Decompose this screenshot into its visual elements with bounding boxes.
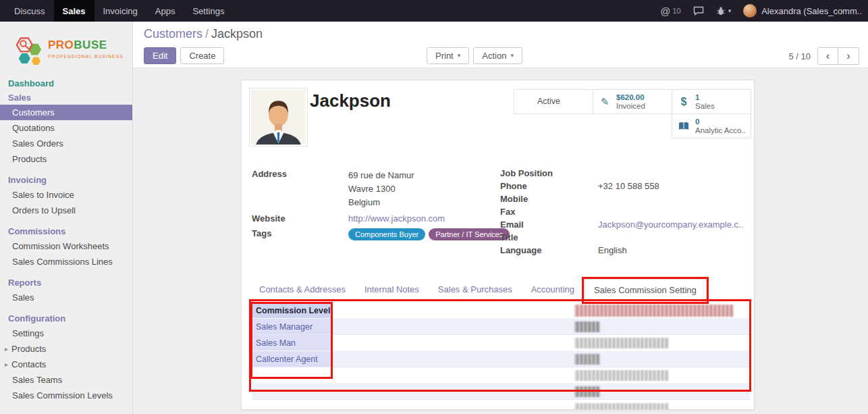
stat-buttons: Active ✎ $620.00 Invoiced $ 1 Sales — [511, 90, 751, 138]
table-row[interactable]: Callcenter Agent — [252, 351, 750, 367]
tags-value: Components Buyer Partner / IT Services — [348, 228, 493, 240]
commission-level-cell: Callcenter Agent — [252, 351, 332, 367]
tab-internal-notes[interactable]: Internal Notes — [355, 279, 429, 300]
invoiced-stat-button[interactable]: ✎ $620.00 Invoiced — [593, 89, 672, 114]
table-empty-row[interactable] — [252, 384, 750, 400]
sidebar-item-sales-commission-levels[interactable]: Sales Commission Levels — [0, 388, 132, 403]
at-icon: @ — [660, 5, 670, 17]
breadcrumb-customers[interactable]: Customers — [144, 27, 202, 41]
active-label: Active — [537, 97, 560, 106]
sales-count-value: 1 — [695, 93, 715, 102]
table-row[interactable]: Sales Manager — [252, 319, 750, 335]
pager: 5 / 10 ‹ › — [788, 47, 859, 65]
user-name: Alexandra (Sales_comm.. — [761, 6, 862, 16]
create-button[interactable]: Create — [180, 47, 224, 64]
title-value — [598, 232, 747, 242]
sidebar-item-dashboard[interactable]: Dashboard — [0, 76, 132, 90]
address-label: Address — [252, 169, 348, 180]
tab-accounting[interactable]: Accounting — [522, 279, 584, 300]
sidebar-section-sales[interactable]: Sales — [0, 90, 132, 105]
redacted-value — [574, 338, 669, 348]
sales-stat-button[interactable]: $ 1 Sales — [672, 89, 751, 114]
menu-invoicing[interactable]: Invoicing — [94, 0, 146, 22]
pager-previous-button[interactable]: ‹ — [817, 47, 838, 65]
tag-components-buyer[interactable]: Components Buyer — [348, 228, 425, 240]
customer-photo[interactable] — [249, 88, 308, 147]
tags-label: Tags — [252, 228, 348, 239]
tab-sales-purchases[interactable]: Sales & Purchases — [429, 279, 522, 300]
bug-icon — [716, 6, 726, 16]
commission-level-header[interactable]: Commission Level — [252, 303, 332, 318]
person-avatar-image — [251, 90, 306, 145]
sidebar-item-sales-teams[interactable]: Sales Teams — [0, 372, 132, 388]
redacted-value — [574, 370, 669, 381]
sidebar-item-sales-commissions-lines[interactable]: Sales Commissions Lines — [0, 254, 132, 269]
pager-next-button[interactable]: › — [838, 47, 859, 65]
menu-sales[interactable]: Sales — [54, 0, 94, 22]
action-label: Action — [482, 50, 506, 61]
email-link[interactable]: Jackpson@yourcompany.example.c.. — [598, 219, 743, 230]
sidebar-nav: Dashboard Sales Customers Quotations Sal… — [0, 76, 132, 403]
sidebar-item-customers[interactable]: Customers — [0, 105, 132, 120]
sidebar-section-commissions[interactable]: Commissions — [0, 224, 132, 238]
print-dropdown-button[interactable]: Print ▾ — [427, 47, 469, 64]
table-row[interactable]: Sales Man — [252, 335, 750, 351]
commission-table: Commission Level Sales Manager Sales Man… — [252, 303, 750, 410]
fax-value — [598, 207, 747, 216]
control-panel: Customers/Jackpson Edit Create Print ▾ A… — [133, 22, 868, 68]
analytic-stat-button[interactable]: 0 Analytic Acco... — [672, 113, 751, 138]
tab-sales-commission-setting[interactable]: Sales Commission Setting — [584, 279, 707, 301]
sales-count-label: Sales — [695, 102, 715, 111]
main-content: Customers/Jackpson Edit Create Print ▾ A… — [133, 22, 868, 414]
sidebar-item-config-products[interactable]: ▸ Products — [0, 341, 132, 357]
caret-down-icon: ▾ — [728, 7, 732, 14]
table-empty-row[interactable] — [252, 367, 750, 384]
sidebar-item-products[interactable]: Products — [0, 151, 132, 167]
sidebar-section-reports[interactable]: Reports — [0, 276, 132, 290]
pencil-icon: ✎ — [598, 96, 612, 108]
app-logo: PROBUSE PROFESSIONAL BUSINESS — [15, 30, 126, 71]
topbar: Discuss Sales Invoicing Apps Settings @ … — [0, 0, 868, 22]
menu-apps[interactable]: Apps — [146, 0, 184, 22]
sidebar-section-invoicing[interactable]: Invoicing — [0, 173, 132, 187]
messages-button[interactable] — [687, 0, 710, 22]
menu-discuss[interactable]: Discuss — [5, 0, 54, 22]
job-position-value — [598, 168, 747, 178]
redacted-value — [574, 354, 600, 365]
table-header-row: Commission Level — [252, 303, 750, 319]
tab-contacts-addresses[interactable]: Contacts & Addresses — [250, 279, 355, 300]
sidebar-item-reports-sales[interactable]: Sales — [0, 290, 132, 305]
topbar-right: @ 10 ▾ Alexandra (Sales_comm.. — [654, 0, 868, 22]
notebook-tabs: Contacts & Addresses Internal Notes Sale… — [250, 279, 747, 301]
sidebar-item-settings[interactable]: Settings — [0, 326, 132, 341]
sidebar-item-sales-orders[interactable]: Sales Orders — [0, 136, 132, 151]
mentions-button[interactable]: @ 10 — [654, 0, 686, 22]
email-label: Email — [500, 219, 598, 230]
dollar-icon: $ — [677, 96, 690, 108]
sidebar-item-commission-worksheets[interactable]: Commission Worksheets — [0, 238, 132, 254]
mobile-label: Mobile — [500, 194, 598, 205]
breadcrumb-separator: / — [205, 27, 209, 41]
mention-count: 10 — [672, 7, 680, 15]
sidebar-item-quotations[interactable]: Quotations — [0, 120, 132, 136]
table-empty-row[interactable] — [252, 400, 750, 410]
chat-bubble-icon — [693, 6, 704, 16]
language-value: English — [598, 245, 747, 256]
debug-menu-button[interactable]: ▾ — [710, 0, 738, 22]
edit-button[interactable]: Edit — [144, 47, 176, 64]
menu-settings[interactable]: Settings — [184, 0, 233, 22]
sidebar-item-config-contacts[interactable]: ▸ Contacts — [0, 357, 132, 372]
redacted-value — [574, 321, 600, 332]
tag-partner-it-services[interactable]: Partner / IT Services — [429, 228, 510, 240]
action-dropdown-button[interactable]: Action ▾ — [473, 47, 522, 64]
active-toggle-button[interactable]: Active — [514, 89, 593, 114]
website-link[interactable]: http://www.jackpson.com — [348, 213, 445, 224]
sidebar-item-orders-to-upsell[interactable]: Orders to Upsell — [0, 203, 132, 218]
fax-label: Fax — [500, 207, 598, 217]
invoiced-value: $620.00 — [616, 93, 645, 102]
sidebar-item-sales-to-invoice[interactable]: Sales to Invoice — [0, 187, 132, 203]
sidebar: PROBUSE PROFESSIONAL BUSINESS Dashboard … — [0, 22, 133, 414]
sidebar-section-configuration[interactable]: Configuration — [0, 311, 132, 326]
logo-title: PROBUSE — [48, 40, 124, 50]
user-menu[interactable]: Alexandra (Sales_comm.. — [737, 0, 868, 22]
